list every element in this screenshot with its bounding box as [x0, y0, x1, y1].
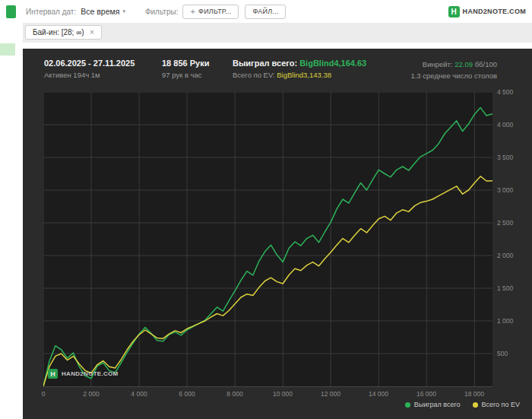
sidebar-menu-icon[interactable] [6, 5, 16, 18]
avg-tables-text: 1.3 среднее число столов [410, 71, 497, 80]
y-axis-tick: 1 500 [497, 284, 513, 292]
x-axis: 02 0004 0006 0008 00010 00012 00014 0001… [43, 390, 492, 399]
y-axis: 5001 0001 5002 0002 5003 0003 5004 0004 … [497, 92, 530, 386]
y-axis-tick: 1 000 [497, 317, 513, 325]
y-axis-tick: 2 500 [497, 219, 513, 227]
y-axis-tick: 3 500 [497, 154, 513, 161]
winrate-units: бб/100 [475, 60, 497, 68]
won-total-line: Выиграл всего: BigBlind4,164.63 [233, 59, 366, 68]
hand2note-window: Интервал дат: Все время ▾ Фильтры: + ФИЛ… [0, 0, 532, 419]
legend-label: Выиграл всего [414, 401, 461, 408]
legend-item[interactable]: Всего по EV [473, 401, 520, 408]
y-axis-tick: 3 000 [497, 186, 513, 194]
x-axis-tick: 8 000 [226, 390, 242, 398]
stat-winrate: Винрейт: 22.09 бб/100 1.3 среднее число … [410, 60, 497, 80]
filter-chip-buyin[interactable]: Бай-ин: [28; ∞) × [25, 25, 102, 40]
x-axis-tick: 14 000 [369, 390, 388, 398]
winrate-value: 22.09 [454, 60, 473, 68]
x-axis-tick: 6 000 [179, 390, 195, 398]
y-axis-tick: 2 000 [497, 252, 513, 259]
filters-label: Фильтры: [145, 8, 179, 16]
winrate-label: Винрейт: [423, 60, 453, 68]
winrate-line: Винрейт: 22.09 бб/100 [410, 60, 497, 68]
chevron-down-icon: ▾ [122, 8, 125, 14]
y-axis-tick: 4 500 [497, 88, 513, 96]
filter-chip-label: Бай-ин: [28; ∞) [33, 28, 84, 37]
date-range-select[interactable]: Все время ▾ [81, 7, 125, 16]
ev-total-value: BigBlind3,143.38 [277, 71, 331, 79]
y-axis-tick: 500 [497, 350, 508, 357]
equity-chart[interactable] [43, 92, 492, 386]
x-axis-tick: 16 000 [416, 390, 436, 398]
file-button-label: ФАЙЛ... [252, 8, 278, 15]
won-total-label: Выиграл всего: [233, 59, 297, 68]
date-range-text: 02.06.2025 - 27.11.2025 [44, 59, 135, 68]
sidebar-active-item[interactable] [0, 43, 15, 56]
add-filter-button[interactable]: + ФИЛЬТР... [182, 5, 239, 19]
hand2note-watermark-text: HAND2NOTE.COM [62, 370, 119, 377]
won-total-value: BigBlind4,164.63 [299, 59, 366, 68]
hand2note-logo-text: HAND2NOTE.COM [463, 8, 526, 15]
hand2note-watermark-icon: H [48, 369, 58, 379]
stat-hands: 18 856 Руки 97 рук в час [162, 59, 209, 79]
plus-icon: + [190, 8, 195, 16]
hands-per-hour-text: 97 рук в час [162, 71, 209, 79]
x-axis-tick: 0 [42, 390, 46, 398]
x-axis-tick: 18 000 [464, 390, 484, 398]
date-range-value: Все время [81, 7, 119, 16]
hands-count-text: 18 856 Руки [162, 59, 209, 68]
x-axis-tick: 2 000 [83, 390, 99, 398]
ev-total-label: Всего по EV: [233, 71, 275, 79]
x-axis-tick: 4 000 [131, 390, 147, 398]
x-axis-tick: 12 000 [321, 390, 340, 398]
hand2note-logo[interactable]: H HAND2NOTE.COM [448, 6, 526, 17]
results-panel: 02.06.2025 - 27.11.2025 Активен 194ч 1м … [23, 49, 532, 419]
stat-winnings: Выиграл всего: BigBlind4,164.63 Всего по… [233, 59, 366, 79]
ev-total-line: Всего по EV: BigBlind3,143.38 [233, 71, 366, 79]
equity-chart-plot-area[interactable]: H HAND2NOTE.COM [43, 92, 492, 387]
close-icon[interactable]: × [90, 28, 94, 37]
file-button[interactable]: ФАЙЛ... [245, 5, 286, 19]
filter-chip-row: Бай-ин: [28; ∞) × [23, 23, 532, 43]
add-filter-button-label: ФИЛЬТР... [198, 8, 231, 15]
legend-dot-icon [405, 402, 410, 408]
legend-dot-icon [473, 402, 478, 408]
stat-date-range: 02.06.2025 - 27.11.2025 Активен 194ч 1м [44, 59, 135, 79]
active-time-text: Активен 194ч 1м [44, 71, 135, 79]
toolbar-content: Интервал дат: Все время ▾ Фильтры: + ФИЛ… [0, 5, 532, 19]
date-range-label: Интервал дат: [26, 8, 76, 16]
hand2note-logo-icon: H [448, 6, 460, 17]
chart-legend: Выиграл всегоВсего по EV [405, 401, 520, 408]
x-axis-tick: 10 000 [273, 390, 293, 398]
top-toolbar: Интервал дат: Все время ▾ Фильтры: + ФИЛ… [0, 0, 532, 23]
legend-item[interactable]: Выиграл всего [405, 401, 461, 408]
y-axis-tick: 4 000 [497, 121, 513, 129]
legend-label: Всего по EV [482, 401, 520, 408]
chart-watermark: H HAND2NOTE.COM [48, 369, 119, 379]
